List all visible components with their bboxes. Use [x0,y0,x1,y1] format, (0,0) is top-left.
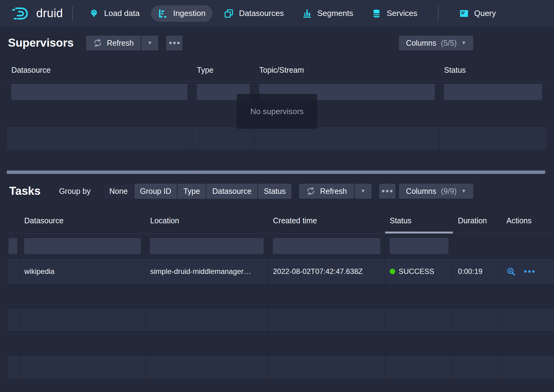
tasks-header-bar: Tasks Group by None Group ID Type Dataso… [9,183,554,199]
column-header-created-time[interactable]: Created time [268,208,385,234]
group-by-group-id-button[interactable]: Group ID [134,184,177,199]
cloud-upload-icon [89,9,99,18]
empty-row [8,332,554,355]
nav-label: Ingestion [173,9,206,18]
tasks-more-button[interactable] [379,184,396,199]
nav-divider [72,6,73,21]
empty-row [7,126,547,150]
column-header-status[interactable]: Status [439,59,547,82]
nav-label: Services [387,9,417,18]
supervisors-title: Supervisors [8,37,74,49]
task-location[interactable]: simple-druid-middlemanager… [150,267,251,276]
top-nav: druid Load data Ingestion [0,0,554,27]
task-detail-magnifier-icon[interactable] [506,267,516,276]
supervisors-columns-dropdown[interactable]: Columns (5/5) ▼ [399,36,473,51]
chevron-down-icon: ▼ [461,40,466,45]
column-header-spacer [8,208,19,234]
empty-row [7,150,547,169]
nav-label: Query [474,9,496,18]
column-header-datasource[interactable]: Datasource [7,59,192,82]
empty-row [8,284,554,308]
nav-label: Segments [317,9,353,18]
column-header-type[interactable]: Type [192,59,254,82]
more-icon [169,42,172,44]
chevron-down-icon: ▼ [147,40,152,45]
created-time-filter-input[interactable] [273,238,380,254]
ingestion-chart-icon [158,9,168,18]
logo-text: druid [36,7,63,20]
refresh-icon [306,186,315,196]
tasks-table: Datasource Location Created time Status … [8,208,554,379]
task-actions [501,259,554,284]
status-filter-input[interactable] [389,238,449,254]
status-filter-input[interactable] [444,84,542,100]
tasks-filter-row [8,234,554,258]
task-duration[interactable]: 0:00:19 [458,267,482,276]
nav-item-load-data[interactable]: Load data [82,5,147,22]
horizontal-scrollbar[interactable] [7,171,545,174]
columns-label: Columns [406,39,436,48]
column-header-duration[interactable]: Duration [453,208,501,234]
group-by-label: Group by [59,187,91,196]
columns-count: (9/9) [441,187,457,196]
refresh-icon [93,38,102,48]
stacked-squares-icon [224,9,234,18]
column-header-datasource[interactable]: Datasource [19,208,145,234]
task-row-wikipedia[interactable]: wikipedia simple-druid-middlemanager… 20… [8,258,554,284]
row-filter-input[interactable] [8,238,18,254]
nav-label: Datasources [239,9,284,18]
no-supervisors-message: No supervisors [237,94,317,129]
nav-divider [438,6,439,21]
supervisors-more-button[interactable] [166,36,182,51]
supervisors-header-row: Datasource Type Topic/Stream Status [7,59,547,82]
tasks-columns-dropdown[interactable]: Columns (9/9) ▼ [399,184,473,199]
tasks-refresh-button[interactable]: Refresh [299,184,354,199]
datasource-filter-input[interactable] [24,238,141,254]
group-by-status-button[interactable]: Status [258,184,291,199]
group-by-type-button[interactable]: Type [178,184,206,199]
supervisors-refresh-split-button: Refresh ▼ [86,36,158,51]
supervisors-refresh-button[interactable]: Refresh [86,36,141,51]
console-icon [459,9,469,18]
nav-item-datasources[interactable]: Datasources [217,5,291,22]
refresh-label: Refresh [107,39,134,48]
supervisors-header-bar: Supervisors Refresh ▼ Columns (5/5) ▼ [8,35,554,51]
group-by-segmented-control: None Group ID Type Datasource Status [103,184,291,199]
empty-row [8,308,554,332]
group-by-none-button[interactable]: None [103,184,134,199]
task-more-actions-icon[interactable] [524,270,535,273]
tasks-refresh-caret-button[interactable]: ▼ [355,184,372,199]
success-status-dot [390,269,395,274]
supervisors-refresh-caret-button[interactable]: ▼ [141,36,158,51]
druid-logo[interactable]: druid [12,6,63,21]
column-header-location[interactable]: Location [145,208,268,234]
tasks-refresh-split-button: Refresh ▼ [299,184,372,199]
task-created-time[interactable]: 2022-08-02T07:42:47.638Z [273,267,363,276]
chevron-down-icon: ▼ [461,189,466,194]
columns-count: (5/5) [441,39,457,48]
datasource-filter-input[interactable] [11,84,188,100]
location-filter-input[interactable] [150,238,264,254]
column-header-topic-stream[interactable]: Topic/Stream [254,59,439,82]
bar-chart-icon [302,9,312,18]
sort-indicator [385,232,453,234]
refresh-label: Refresh [320,187,347,196]
columns-label: Columns [406,187,436,196]
nav-item-ingestion[interactable]: Ingestion [151,5,213,22]
nav-item-services[interactable]: Services [365,5,424,22]
column-header-status-sorted[interactable]: Status [385,208,453,234]
tasks-header-row: Datasource Location Created time Status … [8,208,554,234]
druid-logo-icon [12,6,32,21]
empty-row [8,355,554,379]
database-icon [372,9,381,18]
chevron-down-icon: ▼ [361,189,365,194]
nav-label: Load data [104,9,140,18]
nav-item-query[interactable]: Query [452,5,503,22]
task-datasource[interactable]: wikipedia [24,267,55,276]
column-header-actions[interactable]: Actions [501,208,554,234]
group-by-datasource-button[interactable]: Datasource [206,184,257,199]
task-status[interactable]: SUCCESS [399,267,434,276]
tasks-title: Tasks [9,185,41,198]
nav-item-segments[interactable]: Segments [295,5,360,22]
supervisors-table: Datasource Type Topic/Stream Status No s… [7,59,547,174]
